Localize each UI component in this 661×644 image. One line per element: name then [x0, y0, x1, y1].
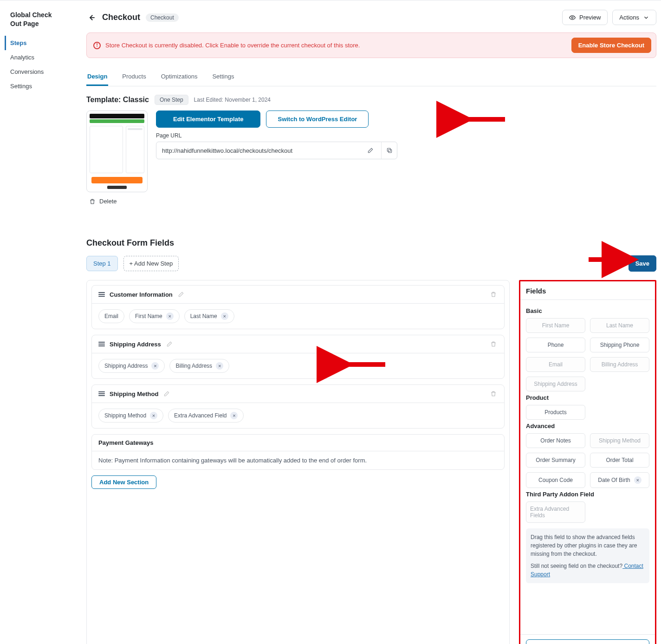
field-chip[interactable]: First Name×	[129, 309, 180, 323]
remove-chip-icon[interactable]: ×	[216, 362, 223, 370]
remove-field-icon[interactable]: ×	[634, 476, 642, 484]
preview-label: Preview	[579, 14, 601, 21]
draggable-field: Email	[526, 357, 585, 372]
remove-chip-icon[interactable]: ×	[166, 312, 174, 320]
chip-label: Shipping Method	[104, 412, 146, 419]
remove-chip-icon[interactable]: ×	[151, 362, 159, 370]
field-label: Extra Advanced Fields	[530, 506, 581, 519]
add-new-field-button[interactable]: Add New Field	[526, 639, 649, 644]
field-chip[interactable]: Last Name×	[184, 309, 234, 323]
delete-label: Delete	[99, 198, 117, 205]
save-button[interactable]: Save	[629, 255, 656, 272]
add-section-button[interactable]: Add New Section	[91, 475, 156, 489]
remove-chip-icon[interactable]: ×	[221, 312, 228, 320]
field-group-title: Third Party Addon Field	[526, 491, 649, 498]
sidebar: Global Check Out Page StepsAnalyticsConv…	[5, 11, 64, 93]
field-chip[interactable]: Billing Address×	[169, 359, 229, 373]
hint-text-2: Still not seeing field on the checkout?	[531, 563, 622, 569]
tab-products[interactable]: Products	[121, 68, 147, 86]
hint-text-1: Drag this field to show the advanced fie…	[531, 533, 645, 558]
preview-button[interactable]: Preview	[562, 10, 608, 25]
step-1-tab[interactable]: Step 1	[86, 256, 118, 271]
back-icon[interactable]	[86, 13, 97, 23]
page-title: Checkout	[102, 13, 140, 22]
edit-url-icon[interactable]	[363, 142, 378, 159]
tab-design[interactable]: Design	[86, 68, 108, 86]
delete-template-button[interactable]: Delete	[86, 196, 120, 207]
field-label: Shipping Method	[599, 437, 641, 444]
chip-label: Email	[104, 313, 118, 319]
header: Checkout Checkout Preview Actions	[86, 0, 656, 25]
field-label: Billing Address	[602, 361, 638, 368]
drag-handle-icon[interactable]	[98, 342, 105, 346]
draggable-field[interactable]: Phone	[526, 338, 585, 352]
remove-chip-icon[interactable]: ×	[150, 412, 157, 419]
edit-icon[interactable]	[163, 390, 170, 397]
draggable-field[interactable]: Coupon Code	[526, 472, 585, 488]
field-chip[interactable]: Extra Advanced Field×	[168, 409, 244, 423]
fields-hint: Drag this field to show the advanced fie…	[526, 528, 649, 583]
tab-optimizations[interactable]: Optimizations	[160, 68, 199, 86]
field-label: Coupon Code	[538, 477, 573, 483]
sidebar-item-settings[interactable]: Settings	[5, 79, 64, 93]
field-label: First Name	[542, 322, 570, 329]
delete-section-icon[interactable]	[489, 290, 498, 299]
field-chip[interactable]: Shipping Address×	[98, 359, 165, 373]
card-title: Customer Information	[110, 291, 173, 298]
main: Checkout Checkout Preview Actions ! Stor…	[86, 0, 656, 644]
edit-icon[interactable]	[177, 291, 185, 298]
draggable-field[interactable]: Order Total	[590, 453, 649, 468]
sidebar-item-steps[interactable]: Steps	[5, 36, 64, 50]
field-chip[interactable]: Shipping Method×	[98, 409, 163, 423]
draggable-field[interactable]: Order Notes	[526, 433, 585, 448]
svg-point-0	[571, 17, 573, 19]
delete-section-icon[interactable]	[489, 390, 498, 398]
edit-elementor-button[interactable]: Edit Elementor Template	[156, 111, 260, 128]
fields-panel: Fields BasicFirst NameLast NamePhoneShip…	[519, 280, 656, 644]
chip-label: Billing Address	[175, 363, 212, 369]
field-label: Shipping Address	[534, 381, 577, 387]
draggable-field: First Name	[526, 318, 585, 333]
template-thumbnail[interactable]	[86, 111, 148, 192]
template-last-edited: Last Edited: November 1, 2024	[194, 97, 271, 103]
field-label: Shipping Phone	[600, 342, 640, 348]
sidebar-item-analytics[interactable]: Analytics	[5, 50, 64, 65]
actions-button[interactable]: Actions	[612, 10, 656, 25]
draggable-field: Last Name	[590, 318, 649, 333]
enable-store-checkout-button[interactable]: Enable Store Checkout	[571, 38, 651, 53]
card-title: Payment Gateways	[98, 439, 154, 446]
notice-text: Store Checkout is currently disabled. Cl…	[105, 42, 567, 49]
svg-rect-2	[387, 148, 390, 151]
draggable-field[interactable]: Date Of Birth×	[590, 472, 649, 488]
field-group-title: Basic	[526, 307, 649, 314]
field-label: Phone	[548, 342, 564, 348]
copy-url-icon[interactable]	[381, 142, 397, 159]
sidebar-item-conversions[interactable]: Conversions	[5, 65, 64, 79]
alert-icon: !	[93, 42, 101, 49]
draggable-field[interactable]: Shipping Phone	[590, 338, 649, 352]
remove-chip-icon[interactable]: ×	[230, 412, 238, 419]
field-label: Order Notes	[540, 437, 570, 444]
add-step-button[interactable]: + Add New Step	[123, 256, 179, 271]
drag-handle-icon[interactable]	[98, 292, 105, 297]
draggable-field[interactable]: Products	[526, 405, 585, 420]
edit-icon[interactable]	[166, 340, 173, 348]
chip-label: Extra Advanced Field	[174, 412, 227, 419]
field-label: Last Name	[606, 322, 633, 329]
switch-editor-button[interactable]: Switch to WordPress Editor	[266, 111, 369, 128]
tab-settings[interactable]: Settings	[211, 68, 235, 86]
card-title: Shipping Method	[110, 390, 158, 397]
field-label: Date Of Birth	[598, 477, 630, 483]
url-label: Page URL	[156, 132, 656, 139]
drag-handle-icon[interactable]	[98, 391, 105, 396]
delete-section-icon[interactable]	[489, 340, 498, 348]
cff-heading: Checkout Form Fields	[86, 238, 656, 248]
chip-label: Shipping Address	[104, 363, 148, 369]
page-badge: Checkout	[146, 13, 179, 22]
field-label: Order Summary	[536, 457, 575, 463]
field-chip[interactable]: Email	[98, 309, 124, 323]
fields-title: Fields	[526, 287, 649, 295]
trash-icon	[89, 198, 96, 205]
draggable-field[interactable]: Order Summary	[526, 453, 585, 468]
page-url-input[interactable]	[156, 143, 360, 159]
